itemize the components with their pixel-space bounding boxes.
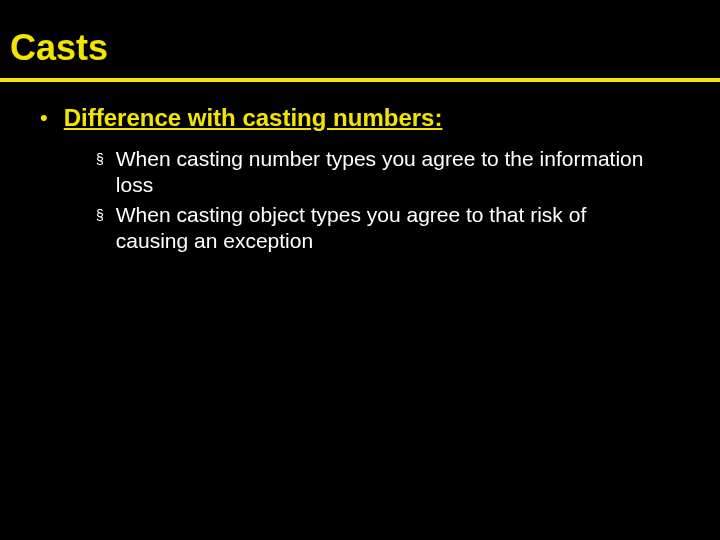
list-item-text: When casting object types you agree to t… — [116, 202, 646, 254]
slide: Casts • Difference with casting numbers:… — [0, 0, 720, 540]
list-item: § When casting number types you agree to… — [96, 146, 680, 198]
bullet-dot-icon: • — [40, 104, 48, 132]
sub-list: § When casting number types you agree to… — [40, 146, 680, 254]
list-item: § When casting object types you agree to… — [96, 202, 680, 254]
bullet-square-icon: § — [96, 146, 104, 172]
heading-item: • Difference with casting numbers: — [40, 104, 680, 132]
title-area: Casts — [0, 0, 720, 68]
bullet-square-icon: § — [96, 202, 104, 228]
list-item-text: When casting number types you agree to t… — [116, 146, 646, 198]
heading-text: Difference with casting numbers: — [64, 104, 443, 132]
slide-body: • Difference with casting numbers: § Whe… — [0, 82, 720, 254]
slide-title: Casts — [10, 28, 720, 68]
